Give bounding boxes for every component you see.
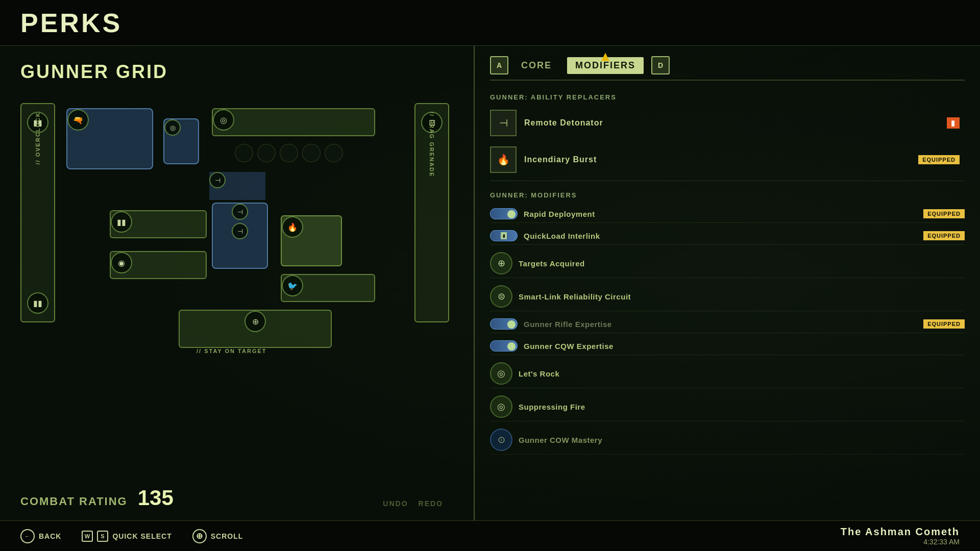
lets-rock-icon: ◎ bbox=[490, 362, 512, 385]
timestamp: 4:32:33 AM bbox=[841, 538, 960, 546]
rapid-deployment-name: Rapid Deployment bbox=[524, 210, 965, 218]
node-icon-gun-mid: ⊣ bbox=[209, 172, 226, 188]
overclock-icon-mid: ▮▮ bbox=[27, 292, 48, 314]
modifier-targets-acquired[interactable]: ⊕ Targets Acquired bbox=[490, 249, 965, 278]
empty-node-5 bbox=[325, 144, 343, 162]
tab-modifiers[interactable]: MODIFIERS bbox=[567, 57, 644, 74]
top-bar: PERKS bbox=[0, 0, 980, 46]
node-blue-tall[interactable]: ◎ bbox=[163, 118, 199, 164]
w-key: W bbox=[82, 531, 93, 542]
node-blue-mid[interactable]: ⊣ bbox=[209, 172, 265, 200]
undo-button[interactable]: UNDO bbox=[383, 499, 408, 508]
bottom-controls: ← BACK W S QUICK SELECT ⊕ SCROLL bbox=[20, 529, 243, 543]
quick-select-label: QUICK SELECT bbox=[112, 532, 172, 540]
node-green-wide-low[interactable]: ◉ bbox=[110, 251, 207, 279]
node-icon-timer: ◉ bbox=[111, 252, 132, 273]
tabs-bar: A CORE MODIFIERS D bbox=[490, 56, 965, 81]
combat-rating-label: COMBAT RATING bbox=[20, 495, 128, 508]
node-flame[interactable]: 🔥 bbox=[281, 215, 342, 266]
rapid-deployment-toggle[interactable] bbox=[490, 208, 518, 219]
redo-button[interactable]: REDO bbox=[419, 499, 443, 508]
modifier-cqw-expertise[interactable]: Gunner CQW Expertise bbox=[490, 337, 965, 355]
cqw-expertise-name: Gunner CQW Expertise bbox=[524, 342, 965, 350]
modifier-lets-rock[interactable]: ◎ Let's Rock bbox=[490, 359, 965, 388]
node-icon-target: ⊕ bbox=[244, 311, 266, 332]
back-icon: ← bbox=[20, 529, 35, 543]
cow-mastery-icon: ⊙ bbox=[490, 429, 512, 451]
tab-warning-icon bbox=[601, 53, 609, 61]
remote-detonator-icon: ⊣ bbox=[490, 110, 517, 136]
smart-link-name: Smart-Link Reliability Circuit bbox=[519, 292, 965, 301]
cqw-expertise-toggle[interactable] bbox=[490, 340, 518, 352]
suppressing-fire-name: Suppressing Fire bbox=[519, 403, 965, 411]
node-icon-gun-mid2: ⊣ bbox=[232, 204, 248, 220]
scroll-icon: ⊕ bbox=[192, 529, 207, 543]
bottom-bar: ← BACK W S QUICK SELECT ⊕ SCROLL The Ash… bbox=[0, 520, 980, 551]
node-icon-center: ◎ bbox=[213, 109, 234, 131]
node-blue-top-left[interactable]: 🔫 bbox=[66, 108, 153, 169]
node-blue-sq-mid[interactable]: ⊣ ⊣ bbox=[212, 203, 268, 269]
quickload-badge: EQUIPPED bbox=[923, 231, 965, 240]
rifle-expertise-toggle-dot bbox=[507, 320, 516, 329]
lets-rock-name: Let's Rock bbox=[519, 369, 965, 378]
tab-d-button[interactable]: D bbox=[651, 56, 670, 74]
smart-link-icon: ⊜ bbox=[490, 285, 512, 308]
quick-select-control[interactable]: W S QUICK SELECT bbox=[82, 531, 172, 542]
modifier-smart-link[interactable]: ⊜ Smart-Link Reliability Circuit bbox=[490, 282, 965, 311]
ability-incendiary-burst[interactable]: 🔥 Incendiary Burst EQUIPPED bbox=[490, 144, 965, 176]
node-icon-flame: 🔥 bbox=[282, 216, 303, 238]
modifier-rapid-deployment[interactable]: Rapid Deployment EQUIPPED bbox=[490, 205, 965, 223]
grid-title: GUNNER GRID bbox=[20, 61, 453, 83]
cow-mastery-name: Gunner COW Mastery bbox=[519, 436, 965, 444]
incendiary-burst-name: Incendiary Burst bbox=[524, 155, 597, 164]
scroll-control: ⊕ SCROLL bbox=[192, 529, 243, 543]
undo-redo-area: UNDO REDO bbox=[383, 499, 443, 508]
rifle-expertise-toggle[interactable] bbox=[490, 318, 518, 330]
node-green-wide-mid[interactable]: ▮▮ bbox=[110, 210, 207, 238]
node-wide-top[interactable]: ◎ bbox=[212, 108, 375, 136]
empty-node-1 bbox=[235, 144, 253, 162]
node-icon-gun-mid3: ⊣ bbox=[232, 223, 248, 239]
targets-acquired-name: Targets Acquired bbox=[519, 259, 965, 268]
remote-detonator-badge: ▮ bbox=[947, 117, 960, 129]
suppressing-fire-icon: ◎ bbox=[490, 395, 512, 418]
page-title: PERKS bbox=[20, 8, 122, 38]
combat-rating-area: COMBAT RATING 135 bbox=[20, 486, 174, 510]
ability-remote-detonator[interactable]: ⊣ Remote Detonator ▮ bbox=[490, 107, 965, 139]
combat-rating-value: 135 bbox=[138, 486, 174, 510]
frag-grenade-panel: // FRAG GRENADE ⊟ bbox=[414, 103, 449, 322]
tab-a-button[interactable]: A bbox=[490, 56, 508, 74]
modifier-suppressing-fire[interactable]: ◎ Suppressing Fire bbox=[490, 392, 965, 421]
incendiary-burst-badge: EQUIPPED bbox=[918, 155, 960, 164]
gunner-grid-area: // OVERCLOCK ▮▮ ▮▮ 🔫 ◎ ◎ bbox=[20, 93, 449, 358]
remote-detonator-name: Remote Detonator bbox=[524, 118, 603, 128]
modifier-quickload-interlink[interactable]: ▮ QuickLoad Interlink EQUIPPED bbox=[490, 227, 965, 245]
quickload-toggle[interactable]: ▮ bbox=[490, 230, 518, 241]
node-icon-gun: 🔫 bbox=[67, 109, 89, 131]
empty-nodes-row bbox=[235, 144, 343, 162]
stay-target-label: // STAY ON TARGET bbox=[197, 348, 267, 354]
modifier-rifle-expertise[interactable]: Gunner Rifle Expertise EQUIPPED bbox=[490, 315, 965, 333]
cqw-expertise-toggle-dot bbox=[507, 342, 516, 350]
right-panel: A CORE MODIFIERS D GUNNER: ABILITY REPLA… bbox=[475, 46, 980, 520]
empty-node-4 bbox=[302, 144, 321, 162]
empty-node-2 bbox=[257, 144, 276, 162]
node-icon-bullets: ▮▮ bbox=[111, 211, 132, 233]
rifle-expertise-badge: EQUIPPED bbox=[923, 319, 965, 329]
rapid-deployment-badge: EQUIPPED bbox=[923, 209, 965, 218]
rifle-expertise-name: Gunner Rifle Expertise bbox=[524, 320, 965, 329]
mission-name: The Ashman Cometh bbox=[841, 526, 960, 538]
node-icon-scope: ◎ bbox=[164, 119, 181, 136]
quickload-name: QuickLoad Interlink bbox=[524, 232, 965, 240]
separator-1 bbox=[490, 181, 965, 181]
empty-node-3 bbox=[280, 144, 298, 162]
back-label: BACK bbox=[39, 532, 61, 540]
node-bird[interactable]: 🐦 bbox=[281, 274, 375, 302]
modifier-cow-mastery[interactable]: ⊙ Gunner COW Mastery bbox=[490, 425, 965, 455]
s-key: S bbox=[97, 531, 108, 542]
rapid-deployment-toggle-dot bbox=[507, 210, 516, 218]
back-control[interactable]: ← BACK bbox=[20, 529, 61, 543]
tab-core[interactable]: CORE bbox=[516, 58, 557, 73]
node-stay-on-target[interactable]: ⊕ bbox=[179, 310, 332, 348]
main-content: GUNNER GRID // OVERCLOCK ▮▮ ▮▮ 🔫 ◎ ◎ bbox=[0, 46, 980, 520]
